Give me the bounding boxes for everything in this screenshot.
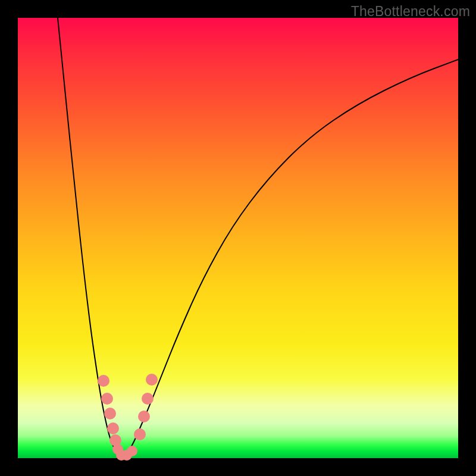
data-marker	[104, 408, 116, 419]
data-marker	[134, 428, 146, 440]
data-marker	[107, 422, 119, 434]
data-marker	[138, 411, 150, 422]
chart-frame: TheBottleneck.com	[0, 0, 476, 476]
data-marker	[127, 446, 137, 456]
left-branch-curve	[58, 18, 121, 457]
data-marker	[142, 393, 154, 405]
right-branch-curve	[123, 60, 458, 457]
plot-area	[18, 18, 458, 458]
data-marker	[98, 375, 109, 387]
watermark-text: TheBottleneck.com	[351, 4, 470, 20]
data-marker	[101, 393, 113, 405]
data-marker	[146, 374, 158, 386]
curve-svg	[18, 18, 458, 458]
markers-group	[98, 374, 158, 461]
